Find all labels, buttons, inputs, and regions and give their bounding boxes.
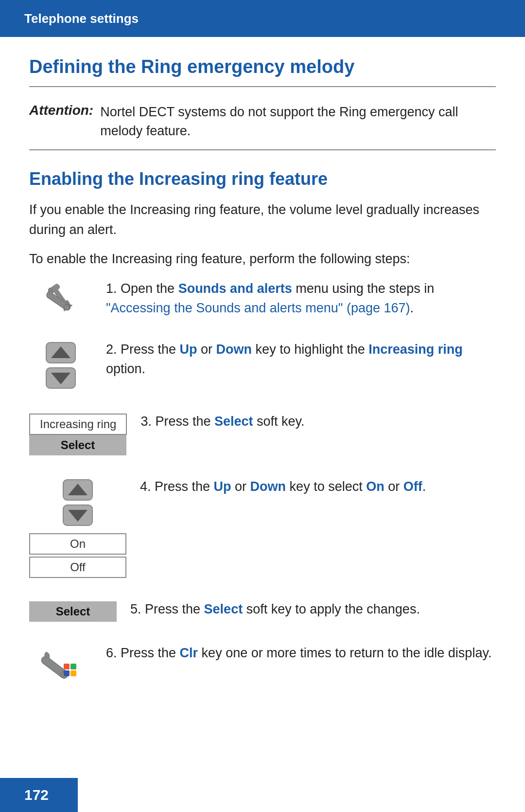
step-4-num: 4.	[140, 479, 155, 494]
step-4-down: Down	[250, 479, 286, 494]
step-3-icon-area: Increasing ring Select	[29, 412, 127, 455]
page-footer: 172	[0, 778, 78, 812]
step-1-num: 1.	[106, 281, 121, 296]
step-2-up: Up	[180, 342, 197, 357]
step-2-num: 2.	[106, 342, 121, 357]
up-down-icon	[39, 342, 83, 390]
step-2-text: 2. Press the Up or Down key to highlight…	[106, 340, 496, 379]
step-4-on-display: On	[29, 533, 126, 555]
step-3-select: Select	[214, 414, 253, 429]
step-3: Increasing ring Select 3. Press the Sele…	[29, 412, 496, 455]
svg-rect-16	[64, 670, 70, 676]
step-6-clr: Clr	[180, 646, 198, 660]
body-para-1: If you enable the Increasing ring featur…	[29, 200, 496, 239]
steps-list: 1. Open the Sounds and alerts menu using…	[29, 279, 496, 684]
step-2-icon-area	[29, 340, 92, 390]
step-4-on-off-group: On Off	[29, 533, 126, 578]
step-1-text: 1. Open the Sounds and alerts menu using…	[106, 279, 496, 318]
step-3-display-label: Increasing ring	[29, 414, 127, 435]
step-3-text: 3. Press the Select soft key.	[140, 412, 496, 432]
svg-rect-14	[64, 664, 70, 669]
divider-top	[29, 86, 496, 87]
step-2: 2. Press the Up or Down key to highlight…	[29, 340, 496, 390]
body-para-2: To enable the Increasing ring feature, p…	[29, 249, 496, 269]
step-5: Select 5. Press the Select soft key to a…	[29, 599, 496, 622]
step-1-sounds-alerts: Sounds and alerts	[178, 281, 292, 296]
step-4-off-display: Off	[29, 557, 126, 578]
step-2-increasing-ring: Increasing ring	[368, 342, 463, 357]
step-4: On Off 4. Press the Up or Down key to se…	[29, 477, 496, 578]
step-3-select-button: Select	[29, 435, 126, 455]
svg-rect-15	[70, 664, 76, 669]
header-title: Telephone settings	[24, 11, 139, 26]
clr-icon	[41, 645, 80, 684]
step-5-icon-area: Select	[29, 599, 117, 622]
svg-rect-17	[70, 670, 76, 676]
step-5-select: Select	[204, 602, 243, 616]
step-2-down: Down	[216, 342, 252, 357]
step-5-select-button: Select	[29, 601, 117, 622]
step-1-icon-area	[29, 279, 92, 315]
main-content: Defining the Ring emergency melody Atten…	[0, 37, 525, 735]
attention-label: Attention:	[29, 103, 93, 118]
page-title: Defining the Ring emergency melody	[29, 56, 496, 77]
step-3-num: 3.	[140, 414, 155, 429]
step-4-icon-area: On Off	[29, 477, 126, 578]
step-6-text: 6. Press the Clr key one or more times t…	[106, 643, 496, 663]
step-4-on: On	[366, 479, 385, 494]
header-bar: Telephone settings	[0, 0, 525, 37]
step-6-num: 6.	[106, 646, 121, 660]
page-number: 172	[24, 787, 49, 803]
section-heading: Enabling the Increasing ring feature	[29, 169, 496, 189]
step-6: 6. Press the Clr key one or more times t…	[29, 643, 496, 684]
step-5-text: 5. Press the Select soft key to apply th…	[130, 599, 496, 619]
step-4-up: Up	[214, 479, 231, 494]
step-4-text: 4. Press the Up or Down key to select On…	[140, 477, 496, 497]
step-6-icon-area	[29, 643, 92, 684]
step-1-link: "Accessing the Sounds and alerts menu" (…	[106, 301, 410, 315]
step-1: 1. Open the Sounds and alerts menu using…	[29, 279, 496, 318]
attention-text: Nortel DECT systems do not support the R…	[100, 103, 496, 141]
attention-box: Attention: Nortel DECT systems do not su…	[29, 98, 496, 150]
step-5-num: 5.	[130, 602, 145, 616]
wrench-icon	[44, 281, 78, 315]
step-4-off: Off	[403, 479, 422, 494]
step-4-updown-icon	[56, 479, 100, 527]
step-3-display-group: Increasing ring Select	[29, 414, 127, 455]
